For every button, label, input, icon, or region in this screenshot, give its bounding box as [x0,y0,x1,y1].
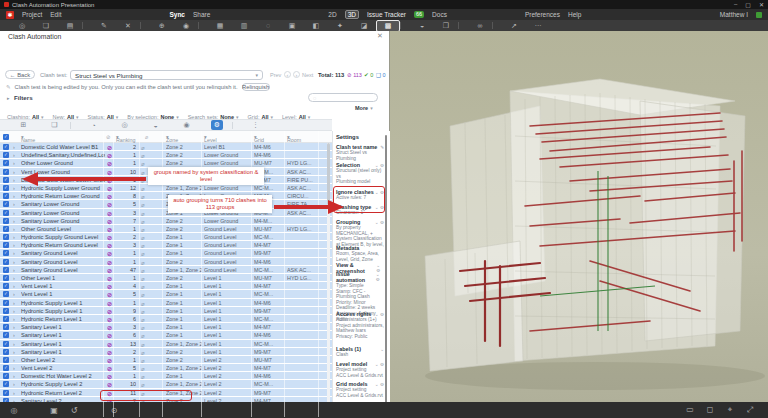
row-checkbox[interactable]: ✓ [3,341,9,347]
row-checkbox[interactable]: ✓ [3,242,9,248]
assignee-avatar-icon[interactable]: ⌀ [141,316,145,323]
issue-automation-section[interactable]: Issue automation⌄ ⚙ [336,271,384,283]
clash-status-icon[interactable]: ⊘ [107,250,112,257]
add-issue-icon[interactable]: ⊕ [150,21,174,31]
table-row[interactable]: ✓ › Sanitary Level 1 ⊘ 2 ⌀ Zone 2 Level … [0,348,332,356]
row-expand-icon[interactable]: › [13,177,15,183]
table-row[interactable]: ✓ › Sanitary Lower Ground ⊘ 5 ⌀ Zone 1 L… [0,200,332,208]
row-checkbox[interactable]: ✓ [3,324,9,330]
divider[interactable] [492,22,502,29]
tab-3d[interactable]: 3D [345,10,359,19]
row-expand-icon[interactable]: › [13,218,15,224]
table-row[interactable]: ✓ › Hydronic Return Lower Ground ⊘ 8 ⌀ Z… [0,192,332,200]
clash-status-icon[interactable]: ⊘ [107,226,112,233]
next-arrow-icon[interactable]: › [293,71,300,78]
assignee-avatar-icon[interactable]: ⌀ [141,218,145,225]
more-icon[interactable]: ⋯ [526,21,550,31]
row-expand-icon[interactable]: › [13,234,15,240]
row-expand-icon[interactable]: › [13,160,15,166]
walk-mode-icon[interactable]: ⊙ [104,406,124,415]
row-expand-icon[interactable]: › [13,242,15,248]
table-row[interactable]: ✓ › Hydronic Return Ground Level ⊘ 3 ⌀ Z… [0,241,332,249]
clash-test-dropdown[interactable]: Struct Steel vs Plumbing ▾ [70,70,263,80]
edit-pencil-icon[interactable]: ✎ [380,145,384,150]
cube-tool-icon[interactable]: ▣ [44,406,64,415]
docs-icon[interactable]: ❒ [434,21,458,31]
row-checkbox[interactable]: ✓ [3,226,9,232]
navigate-icon[interactable]: ⌖ [720,405,740,415]
tour-icon[interactable]: ❏ [34,21,58,31]
row-checkbox[interactable]: ✓ [3,283,9,289]
add-group-icon[interactable]: ⊞ [8,121,39,129]
row-checkbox[interactable]: ✓ [3,152,9,158]
table-row[interactable]: ✓ › Hydronic Supply Level 2 ⊘ 10 ⌀ Zone … [0,380,332,388]
viewpoint-icon[interactable]: ◻ [700,405,720,415]
table-row[interactable]: ✓ › Sanitary Ground Level ⊘ 47 ⌀ Zone 1,… [0,266,332,274]
sync-button[interactable]: Sync [169,11,185,18]
clash-status-icon[interactable]: ⊘ [107,144,112,151]
chat-icon[interactable]: ◒ [410,21,434,31]
divider[interactable] [140,22,150,29]
table-row[interactable]: ✓ › Sanitary Lower Ground ⊘ 3 ⌀ Zone 1 L… [0,209,332,217]
assignee-avatar-icon[interactable]: ⌀ [141,373,145,380]
assignee-avatar-icon[interactable]: ⌀ [141,177,145,184]
clash-status-icon[interactable]: ⊘ [107,177,112,184]
assignee-avatar-icon[interactable]: ⌀ [141,381,145,388]
clash-status-icon[interactable]: ⊘ [107,267,112,274]
clash-status-icon[interactable]: ⊘ [107,291,112,298]
appearance-icon[interactable]: ✦ [328,21,352,31]
clash-status-icon[interactable]: ⊘ [107,210,112,217]
spacer[interactable] [84,406,104,415]
measure-icon[interactable]: ▭ [680,405,700,415]
assignee-avatar-icon[interactable]: ⌀ [141,160,145,167]
select-all-checkbox[interactable]: ✓ [3,134,9,140]
row-expand-icon[interactable]: › [13,357,15,363]
row-checkbox[interactable]: ✓ [3,373,9,379]
row-expand-icon[interactable]: › [13,390,15,396]
clash-status-icon[interactable]: ⊘ [107,373,112,380]
visibility-icon[interactable]: ◉ [171,121,202,129]
camera-icon[interactable]: ▣ [280,21,304,31]
row-expand-icon[interactable]: › [13,283,15,289]
row-expand-icon[interactable]: › [13,341,15,347]
pin-tool-icon[interactable]: ◎ [4,406,24,415]
row-checkbox[interactable]: ✓ [3,275,9,281]
assignee-avatar-icon[interactable]: ⌀ [141,185,145,192]
minimize-button[interactable]: – [734,1,737,8]
clash-status-icon[interactable]: ⊘ [107,341,112,348]
row-expand-icon[interactable]: › [13,381,15,387]
tab-docs[interactable]: Docs [432,11,447,18]
schedule-icon[interactable]: ▥ [232,21,256,31]
spacer[interactable] [24,406,44,415]
table-row[interactable]: ✓ › Sanitary Lower Ground ⊘ 7 ⌀ Zone 2 L… [0,217,332,225]
row-expand-icon[interactable]: › [13,144,15,150]
row-expand-icon[interactable]: › [13,259,15,265]
assignee-avatar-icon[interactable]: ⌀ [141,300,145,307]
table-row[interactable]: ✓ › Hydronic Return Level 1 ⊘ 6 ⌀ Zone 1… [0,315,332,323]
fullscreen-icon[interactable]: ⤢ [740,405,760,415]
undo-icon[interactable]: ↺ [64,406,84,415]
row-checkbox[interactable]: ✓ [3,300,9,306]
markup-icon[interactable]: ✎ [92,21,116,31]
clash-status-icon[interactable]: ⊘ [107,283,112,290]
row-checkbox[interactable]: ✓ [3,357,9,363]
table-row[interactable]: ✓ › Vent Level 1 ⊘ 5 ⌀ Zone 1 Level 1 MC… [0,290,332,298]
row-checkbox[interactable]: ✓ [3,193,9,199]
row-checkbox[interactable]: ✓ [3,259,9,265]
table-row[interactable]: ✓ › Sanitary Ground Level ⊘ 1 ⌀ Zone 2 G… [0,258,332,266]
maximize-button[interactable]: ▢ [745,1,751,8]
table-row[interactable]: ✓ › Sanitary Ground Level ⊘ 1 ⌀ Zone 1 G… [0,249,332,257]
back-button[interactable]: ← Back [5,70,35,79]
table-row[interactable]: ✓ › Sanitary Level 1 ⊘ 6 ⌀ Zone 1 Level … [0,331,332,339]
clash-status-icon[interactable]: ⊘ [107,308,112,315]
share-button[interactable]: Share [193,11,210,18]
clash-status-icon[interactable]: ⊘ [107,185,112,192]
settings-toggle-icon[interactable]: ⚙ [211,120,223,130]
row-checkbox[interactable]: ✓ [3,365,9,371]
clash-automation-icon[interactable]: ▩ [376,20,400,32]
row-expand-icon[interactable]: › [13,201,15,207]
row-checkbox[interactable]: ✓ [3,144,9,150]
row-checkbox[interactable]: ✓ [3,291,9,297]
row-checkbox[interactable]: ✓ [3,250,9,256]
assignee-avatar-icon[interactable]: ⌀ [141,324,145,331]
